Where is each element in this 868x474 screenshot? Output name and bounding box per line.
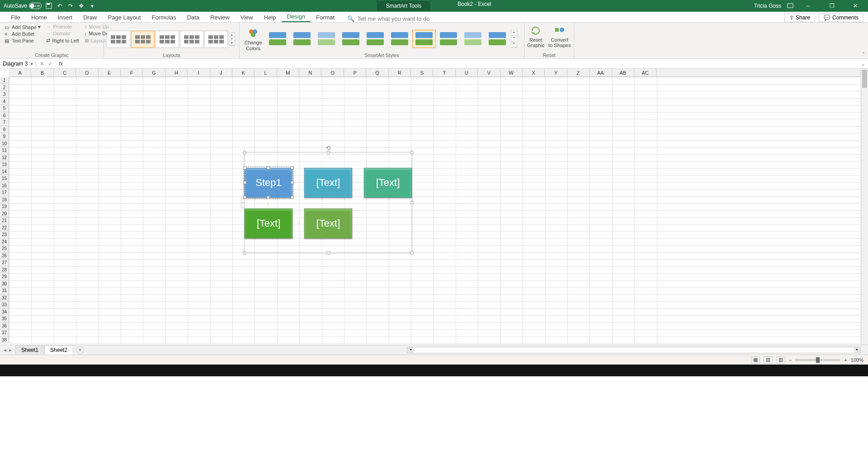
minimize-button[interactable]: ─ (799, 0, 817, 12)
row-header[interactable]: 38 (0, 337, 9, 344)
close-button[interactable]: ✕ (846, 0, 864, 12)
tab-page-layout[interactable]: Page Layout (103, 13, 146, 22)
user-name[interactable]: Tricia Goss (754, 3, 781, 9)
row-header[interactable]: 9 (0, 133, 9, 140)
enter-formula-icon[interactable]: ✓ (48, 61, 52, 67)
column-header[interactable]: N (299, 69, 321, 76)
touch-mode-icon[interactable]: ✥ (78, 2, 85, 9)
worksheet-grid[interactable]: ABCDEFGHIJKLMNOPQRSTUVWXYZAAABAC 1234567… (0, 69, 868, 345)
qat-customize-icon[interactable]: ▾ (89, 2, 96, 9)
style-option-4[interactable] (339, 30, 363, 48)
row-header[interactable]: 33 (0, 301, 9, 308)
resize-handle-tc[interactable] (326, 151, 330, 154)
demote-button[interactable]: →Demote (44, 30, 80, 37)
sheet-tab-1[interactable]: Sheet1 (15, 346, 44, 354)
row-header[interactable]: 28 (0, 266, 9, 274)
sheet-nav-prev-icon[interactable]: ◂ (4, 347, 6, 353)
name-box[interactable]: Diagram 3▾ (0, 61, 36, 67)
shape-handle[interactable] (243, 181, 246, 184)
tab-help[interactable]: Help (259, 13, 282, 22)
collapse-ribbon-button[interactable]: ⌃ (862, 52, 865, 57)
smartart-shape-1[interactable]: Step1 (245, 168, 292, 198)
column-header[interactable]: L (255, 69, 277, 76)
style-option-6[interactable] (388, 30, 411, 48)
column-header[interactable]: B (31, 69, 53, 76)
row-header[interactable]: 20 (0, 210, 9, 218)
vscroll-thumb[interactable] (862, 70, 867, 88)
row-header[interactable]: 27 (0, 259, 9, 266)
layout-option-1[interactable] (107, 31, 130, 48)
column-header[interactable]: E (99, 69, 121, 76)
resize-handle-tl[interactable] (243, 151, 246, 154)
tell-me-search[interactable]: 🔍 Tell me what you want to do (347, 15, 429, 22)
smartart-shape-4[interactable]: [Text] (245, 209, 292, 238)
cancel-formula-icon[interactable]: ✕ (40, 61, 44, 67)
resize-handle-mr[interactable] (410, 201, 414, 204)
column-header[interactable]: Q (366, 69, 388, 76)
tab-design[interactable]: Design (282, 12, 311, 22)
zoom-slider-thumb[interactable] (816, 357, 820, 363)
row-header[interactable]: 12 (0, 154, 9, 161)
row-header[interactable]: 18 (0, 196, 9, 204)
cells-area[interactable] (9, 77, 868, 343)
column-header[interactable]: V (478, 69, 500, 76)
maximize-button[interactable]: ❐ (823, 0, 841, 12)
tab-view[interactable]: View (235, 13, 259, 22)
style-option-9[interactable] (461, 30, 485, 48)
row-header[interactable]: 2 (0, 84, 9, 91)
row-header[interactable]: 26 (0, 252, 9, 260)
tab-data[interactable]: Data (182, 13, 205, 22)
style-option-1[interactable] (266, 30, 289, 48)
layout-option-5[interactable] (204, 31, 228, 48)
smartart-object[interactable]: ⟲ ‹ Step1[Text][Text][Text][Text] → → ↓ … (244, 152, 412, 253)
tab-draw[interactable]: Draw (78, 13, 102, 22)
column-header[interactable]: K (232, 69, 255, 76)
column-header[interactable]: X (523, 69, 545, 76)
right-to-left-button[interactable]: ⇄Right to Left (44, 37, 80, 44)
shape-handle[interactable] (267, 196, 270, 199)
row-header[interactable]: 21 (0, 217, 9, 224)
row-header[interactable]: 11 (0, 147, 9, 154)
row-header[interactable]: 15 (0, 175, 9, 182)
row-header[interactable]: 19 (0, 203, 9, 210)
smartart-shape-5[interactable]: [Text] (304, 209, 352, 238)
shape-handle[interactable] (291, 181, 294, 184)
shape-handle[interactable] (243, 166, 246, 170)
row-header[interactable]: 29 (0, 273, 9, 280)
column-header[interactable]: U (456, 69, 478, 76)
column-header[interactable]: D (76, 69, 98, 76)
row-header[interactable]: 1 (0, 77, 9, 84)
add-bullet-button[interactable]: ≡Add Bullet (3, 31, 42, 37)
row-header[interactable]: 6 (0, 112, 9, 119)
column-header[interactable]: AC (634, 69, 656, 76)
column-header[interactable]: F (121, 69, 143, 76)
redo-icon[interactable]: ↷ (67, 2, 74, 9)
zoom-slider[interactable] (795, 359, 840, 361)
tab-insert[interactable]: Insert (52, 13, 78, 22)
save-icon[interactable] (45, 2, 52, 9)
column-header[interactable]: Y (545, 69, 567, 76)
column-header[interactable]: R (389, 69, 411, 76)
tab-review[interactable]: Review (205, 13, 235, 22)
style-option-5[interactable] (363, 30, 387, 48)
styles-more[interactable]: ▴▾▾ (511, 30, 517, 48)
layout-option-3[interactable] (156, 31, 179, 48)
resize-handle-br[interactable] (410, 251, 414, 255)
change-colors-button[interactable]: Change Colors (242, 26, 264, 51)
autosave-toggle[interactable]: AutoSave Off (4, 3, 42, 9)
row-header[interactable]: 22 (0, 224, 9, 232)
row-header[interactable]: 36 (0, 322, 9, 330)
row-header[interactable]: 13 (0, 161, 9, 168)
shape-handle[interactable] (291, 196, 294, 199)
row-header[interactable]: 25 (0, 245, 9, 252)
row-header[interactable]: 14 (0, 168, 9, 175)
resize-handle-bl[interactable] (243, 251, 246, 255)
zoom-in-button[interactable]: + (844, 357, 847, 363)
row-header[interactable]: 8 (0, 126, 9, 133)
fx-icon[interactable]: fx (56, 61, 66, 67)
style-option-7[interactable] (412, 30, 436, 48)
row-header[interactable]: 32 (0, 294, 9, 302)
comments-button[interactable]: 💬Comments (819, 13, 863, 22)
formula-input[interactable] (66, 59, 858, 68)
zoom-out-button[interactable]: − (789, 357, 792, 363)
